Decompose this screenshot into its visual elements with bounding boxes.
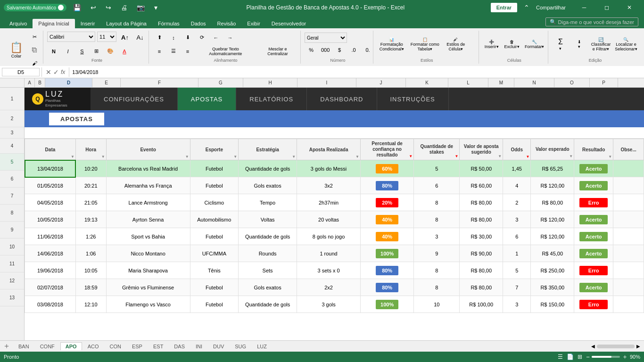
cell-5-1[interactable]: 1:06 bbox=[75, 245, 106, 262]
cell-4-11[interactable]: Acerto bbox=[574, 228, 613, 245]
table-row[interactable]: 03/08/201812:10Flamengo vs VascoFutebolQ… bbox=[25, 296, 644, 313]
cell-0-11[interactable]: Acerto bbox=[574, 160, 613, 177]
cell-0-6[interactable]: 60% bbox=[361, 160, 414, 177]
save-button[interactable]: 💾 bbox=[70, 4, 84, 11]
cell-0-12[interactable] bbox=[613, 160, 644, 177]
cell-8-8[interactable]: R$ 100,00 bbox=[460, 296, 503, 313]
restore-button[interactable]: ◻ bbox=[596, 0, 618, 15]
font-increase-button[interactable]: A↑ bbox=[118, 32, 132, 44]
cell-6-6[interactable]: 80% bbox=[361, 262, 414, 279]
cell-1-6[interactable]: 80% bbox=[361, 177, 414, 194]
cell-6-0[interactable]: 19/06/2018 bbox=[25, 262, 76, 279]
th-aposta[interactable]: Aposta Realizada ▼ bbox=[297, 139, 361, 160]
col-header-k[interactable]: K bbox=[406, 78, 448, 87]
cell-1-5[interactable]: 3x2 bbox=[297, 177, 361, 194]
cell-8-10[interactable]: R$ 150,00 bbox=[531, 296, 574, 313]
cell-1-11[interactable]: Acerto bbox=[574, 177, 613, 194]
cell-reference-input[interactable] bbox=[2, 68, 40, 76]
cell-2-8[interactable]: R$ 80,00 bbox=[460, 194, 503, 211]
th-odds[interactable]: Odds ▼ bbox=[503, 139, 531, 160]
cell-3-6[interactable]: 40% bbox=[361, 211, 414, 228]
col-header-b[interactable]: B bbox=[35, 78, 45, 87]
row-num-2[interactable]: 2 bbox=[0, 110, 24, 127]
cell-2-5[interactable]: 2h37min bbox=[297, 194, 361, 211]
align-left-button[interactable]: ≡ bbox=[153, 45, 166, 58]
cell-1-0[interactable]: 01/05/2018 bbox=[25, 177, 76, 194]
formula-cancel-icon[interactable]: ✕ bbox=[46, 68, 51, 76]
table-row[interactable]: 14/06/20181:06Nicco MontanoUFC/MMARounds… bbox=[25, 245, 644, 262]
cell-6-3[interactable]: Tênis bbox=[190, 262, 238, 279]
sheet-tab-luz[interactable]: LUZ bbox=[252, 342, 272, 350]
fill-button[interactable]: ⬇▾ bbox=[571, 33, 588, 56]
cell-5-2[interactable]: Nicco Montano bbox=[106, 245, 190, 262]
filter-arrow-hora[interactable]: ▼ bbox=[101, 155, 105, 159]
merge-center-button[interactable]: Mesclar e Centralizar bbox=[257, 45, 298, 58]
cell-4-10[interactable]: R$ 120,00 bbox=[531, 228, 574, 245]
cell-5-12[interactable] bbox=[613, 245, 644, 262]
sheet-tab-aco[interactable]: ACO bbox=[83, 342, 104, 350]
cell-8-1[interactable]: 12:10 bbox=[75, 296, 106, 313]
cell-7-3[interactable]: Futebol bbox=[190, 279, 238, 296]
cell-4-4[interactable]: Quantidade de gols bbox=[239, 228, 297, 245]
filter-arrow-aposta[interactable]: ▼ bbox=[355, 155, 359, 159]
scroll-right-button[interactable]: ▶ bbox=[636, 344, 640, 349]
cell-5-6[interactable]: 100% bbox=[361, 245, 414, 262]
cell-1-10[interactable]: R$ 120,00 bbox=[531, 177, 574, 194]
cell-0-10[interactable]: R$ 65,25 bbox=[531, 160, 574, 177]
cell-8-3[interactable]: Futebol bbox=[190, 296, 238, 313]
cell-0-8[interactable]: R$ 50,00 bbox=[460, 160, 503, 177]
cell-2-6[interactable]: 20% bbox=[361, 194, 414, 211]
tab-arquivo[interactable]: Arquivo bbox=[4, 19, 33, 28]
cell-1-8[interactable]: R$ 60,00 bbox=[460, 177, 503, 194]
delete-cells-button[interactable]: 🗑Excluir▾ bbox=[503, 33, 521, 56]
nav-item-relatorios[interactable]: RELATÓRIOS bbox=[236, 88, 307, 110]
cell-0-9[interactable]: 1,45 bbox=[503, 160, 531, 177]
zoom-in-button[interactable]: ＋ bbox=[622, 353, 628, 361]
font-size-select[interactable]: 11 bbox=[97, 32, 116, 42]
cell-6-8[interactable]: R$ 80,00 bbox=[460, 262, 503, 279]
cell-2-7[interactable]: 8 bbox=[414, 194, 460, 211]
cell-4-7[interactable]: 3 bbox=[414, 228, 460, 245]
sheet-tab-sug[interactable]: SUG bbox=[230, 342, 251, 350]
nav-item-dashboard[interactable]: DASHBOARD bbox=[307, 88, 377, 110]
sheet-tab-con[interactable]: CON bbox=[104, 342, 126, 350]
cell-4-5[interactable]: 8 gols no jogo bbox=[297, 228, 361, 245]
tab-inserir[interactable]: Inserir bbox=[75, 19, 101, 28]
col-header-m[interactable]: M bbox=[488, 78, 514, 87]
cell-3-7[interactable]: 8 bbox=[414, 211, 460, 228]
cell-8-11[interactable]: Erro bbox=[574, 296, 613, 313]
filter-arrow-valor-sug[interactable]: ▼ bbox=[498, 154, 502, 159]
col-header-n[interactable]: N bbox=[514, 78, 554, 87]
comma-button[interactable]: 000 bbox=[319, 44, 332, 56]
cell-8-9[interactable]: 3 bbox=[503, 296, 531, 313]
cell-6-1[interactable]: 10:05 bbox=[75, 262, 106, 279]
th-resultado[interactable]: Resultado ▼ bbox=[574, 139, 613, 160]
cell-8-5[interactable]: 3 gols bbox=[297, 296, 361, 313]
number-format-select[interactable]: Geral bbox=[305, 33, 347, 43]
th-evento[interactable]: Evento ▼ bbox=[106, 139, 190, 160]
text-direction-button[interactable]: ⟳ bbox=[195, 32, 208, 44]
tab-dados[interactable]: Dados bbox=[185, 19, 212, 28]
formula-input[interactable] bbox=[71, 68, 642, 76]
sheet-tab-ban[interactable]: BAN bbox=[13, 342, 34, 350]
font-decrease-button[interactable]: A↓ bbox=[133, 32, 147, 44]
cell-8-4[interactable]: Quantidade de gols bbox=[239, 296, 297, 313]
cell-2-3[interactable]: Ciclismo bbox=[190, 194, 238, 211]
cell-0-7[interactable]: 5 bbox=[414, 160, 460, 177]
cell-2-4[interactable]: Tempo bbox=[239, 194, 297, 211]
cell-3-4[interactable]: Voltas bbox=[239, 211, 297, 228]
cut-button[interactable]: ✂ bbox=[28, 31, 41, 43]
sheet-tab-apo[interactable]: APO bbox=[60, 342, 82, 350]
decimal-increase-button[interactable]: .0 bbox=[347, 44, 360, 56]
cell-3-2[interactable]: Ayrton Senna bbox=[106, 211, 190, 228]
th-quantidade[interactable]: Quantidade de stakes ▼ bbox=[414, 139, 460, 160]
row-num-13[interactable]: 13 bbox=[0, 289, 24, 306]
cell-7-8[interactable]: R$ 80,00 bbox=[460, 279, 503, 296]
cell-2-12[interactable] bbox=[613, 194, 644, 211]
table-row[interactable]: 10/05/201819:13Ayrton SennaAutomobilismo… bbox=[25, 211, 644, 228]
entrar-button[interactable]: Entrar bbox=[491, 3, 517, 12]
cell-7-12[interactable] bbox=[613, 279, 644, 296]
format-cells-button[interactable]: 🔧Formatar▾ bbox=[523, 33, 546, 56]
cell-0-4[interactable]: Quantidade de gols bbox=[239, 160, 297, 177]
cell-6-5[interactable]: 3 sets x 0 bbox=[297, 262, 361, 279]
